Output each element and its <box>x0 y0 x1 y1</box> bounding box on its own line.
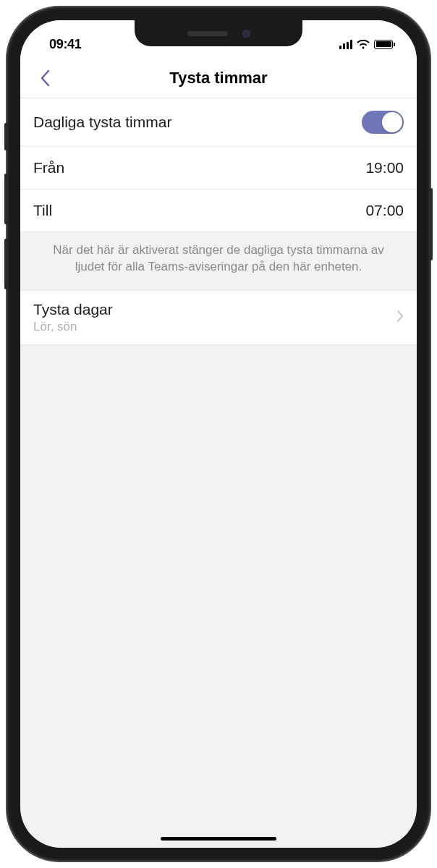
status-time: 09:41 <box>49 37 82 52</box>
to-value: 07:00 <box>365 202 404 219</box>
from-time-row[interactable]: Från 19:00 <box>20 147 417 190</box>
chevron-left-icon <box>40 69 50 87</box>
status-icons <box>339 40 396 49</box>
daily-quiet-hours-label: Dagliga tysta timmar <box>33 114 171 131</box>
to-label: Till <box>33 202 52 219</box>
description-text: När det här är aktiverat stänger de dagl… <box>20 232 417 290</box>
page-title: Tysta timmar <box>20 69 417 88</box>
back-button[interactable] <box>30 64 59 93</box>
home-indicator[interactable] <box>161 837 276 841</box>
chevron-right-icon <box>396 310 404 326</box>
wifi-icon <box>357 40 370 49</box>
quiet-days-value: Lör, sön <box>33 320 113 334</box>
volume-up <box>4 174 7 224</box>
cellular-signal-icon <box>339 40 353 49</box>
daily-quiet-hours-row: Dagliga tysta timmar <box>20 98 417 147</box>
speaker <box>187 31 228 36</box>
from-value: 19:00 <box>365 159 404 176</box>
from-label: Från <box>33 159 64 176</box>
notch <box>135 20 302 46</box>
phone-frame: 09:41 <box>7 7 430 861</box>
daily-quiet-hours-toggle[interactable] <box>362 111 404 134</box>
to-time-row[interactable]: Till 07:00 <box>20 190 417 232</box>
toggle-knob <box>382 112 402 132</box>
volume-down <box>4 239 7 289</box>
quiet-days-row[interactable]: Tysta dagar Lör, sön <box>20 290 417 345</box>
battery-icon <box>374 40 395 49</box>
power-button <box>430 188 433 260</box>
settings-content: Dagliga tysta timmar Från 19:00 Till 07:… <box>20 98 417 345</box>
screen: 09:41 <box>20 20 417 848</box>
mute-switch <box>4 123 7 150</box>
nav-header: Tysta timmar <box>20 58 417 98</box>
front-camera <box>242 30 250 38</box>
quiet-days-label: Tysta dagar <box>33 301 113 318</box>
